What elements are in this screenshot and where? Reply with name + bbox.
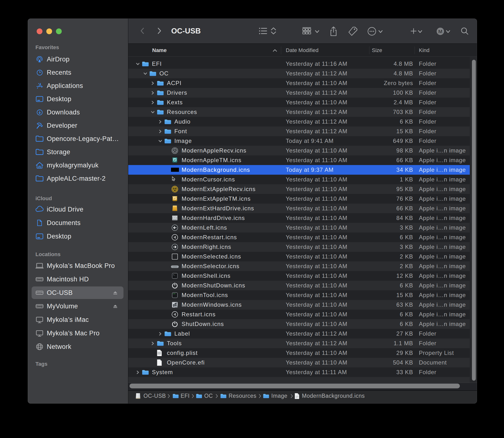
svg-text:>_: >_ xyxy=(173,274,175,276)
svg-text:EXEC: EXEC xyxy=(173,293,176,295)
svg-text:M: M xyxy=(438,29,442,34)
svg-text:Continue: Continue xyxy=(173,266,177,267)
